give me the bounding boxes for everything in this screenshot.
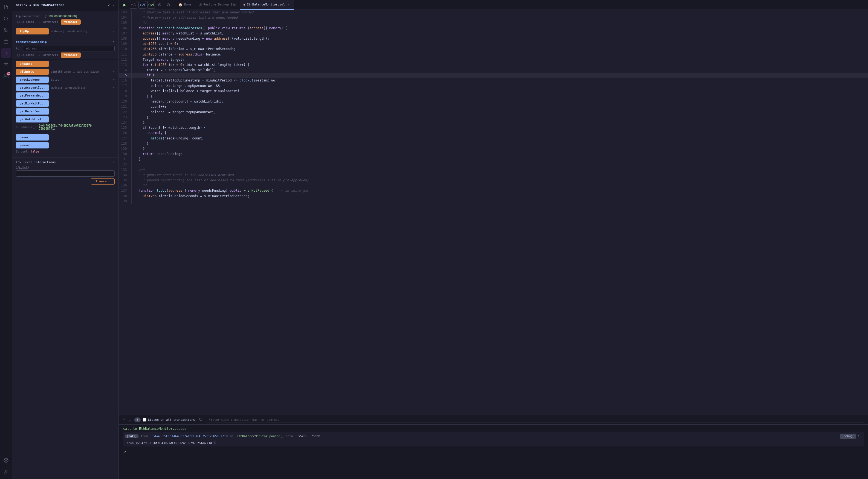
tab-restore[interactable]: Restore Backup Zip <box>195 0 240 10</box>
calldata-section-label: CALLDATA <box>16 166 115 169</box>
checkupkeep-chevron[interactable]: ▾ <box>113 78 115 81</box>
getaccounti-param: address targetAddress <box>51 86 86 89</box>
to-address-input[interactable] <box>23 46 115 52</box>
listen-checkbox[interactable] <box>143 418 146 421</box>
parameters-link-2[interactable]: Parameters <box>37 53 59 57</box>
code-line-109: 109 uint256 count = 0; <box>119 41 868 46</box>
output-log-footer: from 0x647935C1bfA643D27AFe0F32A5357975b… <box>125 441 862 445</box>
output-prompt-cursor: > <box>123 448 864 456</box>
zoom-in-btn[interactable] <box>156 1 164 9</box>
code-line-119: 119 ) { <box>119 94 868 99</box>
zoom-out-btn[interactable] <box>165 1 173 9</box>
withdraw-param: uint256 amount, address payee <box>51 70 99 73</box>
tab-ethbalance[interactable]: ◆ EthBalanceMonitor.sol × <box>240 0 294 10</box>
getwatchlist-btn[interactable]: getWatchList <box>16 116 49 123</box>
ai-btn-2[interactable]: ◈AI <box>138 1 146 9</box>
tab-home[interactable]: 🏠 Home <box>175 0 195 10</box>
log-collapse-btn[interactable]: ∧ <box>856 433 862 439</box>
code-line-136: 136 */ <box>119 183 868 188</box>
getwatchlist-result-label: 0: address[]: <box>16 126 37 129</box>
scroll-down-arrow[interactable]: ⌄ <box>127 417 132 423</box>
code-line-134: 134 * @notice Send funds to the addresse… <box>119 173 868 178</box>
getunderfun-btn[interactable]: getUnderfun... <box>16 108 49 114</box>
run-icon-btn[interactable]: ▶ <box>121 1 129 9</box>
from-footer-label: from <box>126 441 134 445</box>
svg-point-0 <box>4 17 7 20</box>
listen-checkbox-row[interactable]: Listen on all transactions <box>143 418 195 421</box>
filter-input[interactable] <box>207 417 865 422</box>
code-line-107: 107 address[] memory watchList = s_watch… <box>119 31 868 36</box>
topup-chevron[interactable]: ▾ <box>113 30 115 33</box>
sidebar-settings-icon[interactable] <box>1 455 11 465</box>
code-line-135: 135 * @param needsFunding the list of ad… <box>119 178 868 183</box>
topup-btn[interactable]: topUp <box>16 28 49 34</box>
debug-btn[interactable]: Debug <box>840 434 856 439</box>
header-close-icon[interactable]: › <box>112 3 115 8</box>
transact-btn-1[interactable]: transact <box>61 20 81 25</box>
low-level-transact-btn[interactable]: Transact <box>91 178 115 184</box>
owner-row: owner <box>16 134 115 140</box>
tab-ethbalance-close[interactable]: × <box>286 2 291 7</box>
sidebar-search-icon[interactable] <box>1 14 11 24</box>
paused-result: 0: bool: false <box>12 149 119 153</box>
low-level-info-icon[interactable]: ℹ <box>113 160 115 164</box>
code-line-131: 131 } <box>119 157 868 162</box>
sidebar-plugin-icon[interactable] <box>1 37 11 46</box>
owner-btn[interactable]: owner <box>16 134 49 140</box>
code-line-118: 118 watchList[idx].balance < target.minB… <box>119 89 868 94</box>
calldata-link-2[interactable]: Calldata <box>16 53 35 57</box>
sidebar-file-icon[interactable] <box>1 2 11 12</box>
scroll-up-arrow[interactable]: ⌃ <box>122 417 126 423</box>
top-up-amounts-label: topUpAmountsWei: <box>16 15 42 18</box>
transact-btn-2[interactable]: transact <box>61 53 81 58</box>
filter-search-icon[interactable] <box>197 417 205 423</box>
transfer-ownership-section: transferOwnership ∧ to: Calldata Paramet… <box>12 38 119 60</box>
code-line-137: 137 function topUp(address[] memory need… <box>119 188 868 193</box>
svg-point-22 <box>199 418 202 420</box>
sidebar-git-icon[interactable] <box>1 25 11 35</box>
code-line-115: 115 if ( <box>119 73 868 78</box>
getaccounti-btn[interactable]: getAccountI... <box>16 84 49 91</box>
ai-btn-1[interactable]: ✦AI <box>130 1 137 9</box>
withdraw-row: withdraw uint256 amount, address payee ▾ <box>16 69 115 75</box>
parameters-link-1[interactable]: Parameters <box>37 20 59 24</box>
checkupkeep-btn[interactable]: checkUpkeep <box>16 76 49 83</box>
getwatchlist-row: getWatchList <box>16 116 115 123</box>
users-badge: 10 <box>6 72 10 75</box>
code-line-108: 108 address[] memory needsFunding = new … <box>119 36 868 41</box>
copy-address-icon[interactable]: ⎘ <box>214 441 216 445</box>
withdraw-btn[interactable]: withdraw <box>16 69 49 75</box>
svg-point-6 <box>4 74 6 76</box>
code-line-114: 114 target = s_targets[watchList[idx]]; <box>119 68 868 73</box>
code-line-120: 120 needsFunding[count] = watchList[idx]… <box>119 99 868 104</box>
svg-line-15 <box>161 5 161 6</box>
sidebar-users-icon[interactable]: 10 <box>1 71 11 81</box>
withdraw-chevron[interactable]: ▾ <box>113 70 115 73</box>
output-log-entry: [call] from: 0x647935C1bfA643D27AFe0F32A… <box>123 432 864 446</box>
left-panel-header-icons: ✓ › <box>107 3 115 8</box>
sidebar-debug-icon[interactable] <box>1 60 11 69</box>
sidebar-tools-icon[interactable] <box>1 467 11 477</box>
sidebar-deploy-icon[interactable] <box>1 48 11 58</box>
svg-line-19 <box>169 5 170 6</box>
transfer-ownership-collapse[interactable]: ∧ <box>113 40 115 44</box>
code-line-133: 133 /** <box>119 167 868 173</box>
tab-bar-icons: ▶ ✦AI ◈AI ⬡AI <box>121 1 173 9</box>
getforwarde-btn[interactable]: getForwarde... <box>16 93 49 99</box>
calldata-link-1[interactable]: Calldata <box>16 20 35 24</box>
topup-param: address[] needsFunding <box>51 30 87 33</box>
code-line-132: 132 <box>119 162 868 167</box>
calldata-input[interactable] <box>16 170 115 177</box>
getaccounti-chevron[interactable]: ▾ <box>113 86 115 89</box>
getminwaitp-btn[interactable]: getMinWaitP... <box>16 100 49 107</box>
header-check-icon[interactable]: ✓ <box>107 3 110 8</box>
tab-restore-label: Restore Backup Zip <box>204 3 236 6</box>
unpause-btn[interactable]: unpause <box>16 61 49 67</box>
code-line-127: 127 mstore(needsFunding, count) <box>119 136 868 141</box>
getaccounti-row: getAccountI... address targetAddress ▾ <box>16 84 115 91</box>
paused-btn[interactable]: paused <box>16 142 49 148</box>
code-editor[interactable]: 103 * @notice Gets a list of addresses t… <box>119 10 868 415</box>
owner-paused-list: owner paused <box>12 133 119 149</box>
ai-btn-3[interactable]: ⬡AI <box>147 1 155 9</box>
code-line-113: 113 for (uint256 idx = 0; idx < watchLis… <box>119 62 868 68</box>
